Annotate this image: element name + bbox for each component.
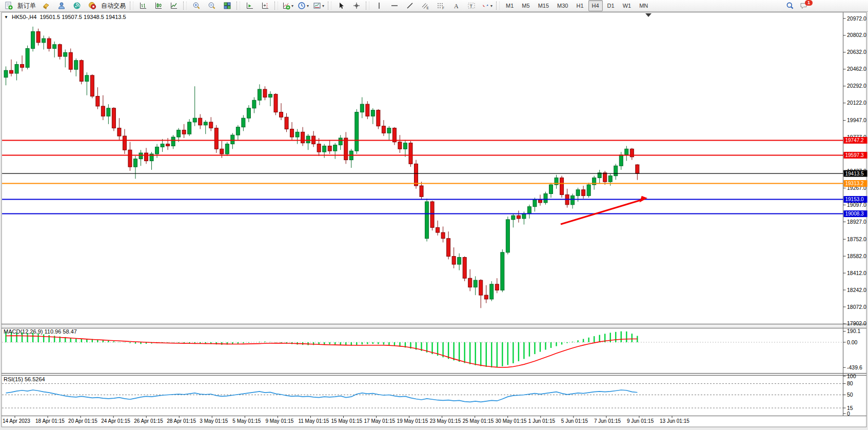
candle-body [458,258,461,265]
date-tick-label: 5 Jun 01:15 [561,418,588,424]
chat-button[interactable]: 1 [798,0,817,11]
arrows-button[interactable]: ▾ [480,0,494,11]
search-button[interactable] [783,0,797,11]
crosshair-icon [352,2,361,10]
hline-icon [390,2,399,10]
candle-body [53,45,56,49]
trendline-button[interactable] [403,0,417,11]
candle-body [145,153,148,161]
svg-text:T: T [470,4,473,9]
candle [377,109,380,129]
toolbar-separator [130,2,133,10]
templates-icon [313,2,321,10]
crosshair-button[interactable] [349,0,364,11]
vertical-line-button[interactable] [372,0,386,11]
candle-body [544,193,547,202]
candle [409,141,412,167]
tile-windows-button[interactable] [220,0,234,11]
timeframe-m5-button[interactable]: M5 [518,0,533,11]
cursor-icon [337,2,345,10]
candle-body [441,232,445,239]
candle-body [344,138,348,160]
macd-axis-label: 190.1 [847,328,860,334]
zoom-out-icon [208,2,216,10]
candle-body [306,136,310,143]
chart-title-dropdown-icon[interactable]: ▼ [4,15,8,19]
chevron-down-icon[interactable]: ▾ [322,4,324,8]
candle-body [333,145,337,151]
candle-body [171,137,175,146]
candle-body [252,100,256,108]
text-label-button[interactable]: T [464,0,479,11]
autotrade-button-label[interactable]: 自动交易 [101,2,126,10]
horizontal-line-button[interactable] [387,0,402,11]
candle-body [517,216,520,219]
date-tick-label: 11 May 01:15 [298,418,329,424]
candle-body [495,284,499,290]
channel-button[interactable]: E [418,0,432,11]
candle [544,192,547,205]
timeframe-w1-button[interactable]: W1 [619,0,635,11]
timeframe-h1-button[interactable]: H1 [573,0,587,11]
candle [506,217,509,255]
candle [490,281,494,301]
toolbar-separator [328,2,331,10]
candle-body [603,173,607,182]
date-tick-label: 1 Jun 01:15 [528,418,556,424]
periods-button[interactable]: ▾ [296,0,310,11]
indicators-icon [282,2,290,10]
chart-shift-button[interactable] [258,0,272,11]
fibonacci-button[interactable]: F [433,0,448,11]
chart-title-symbol: HK50-,H4 [12,14,36,20]
candle-body [47,38,51,48]
candle-body [501,252,504,290]
chevron-down-icon[interactable]: ▾ [307,4,309,8]
chart-canvas[interactable]: 20972.020802.020632.020462.020292.020122… [0,0,868,430]
pane-splitter[interactable] [2,324,866,328]
timeframe-m1-button[interactable]: M1 [502,0,517,11]
autotrade-button[interactable] [85,0,100,11]
timeframe-m15-button[interactable]: M15 [535,0,553,11]
candle-body [576,190,580,196]
candle-body [74,61,78,69]
profile-button[interactable] [54,0,69,11]
candle-body [133,159,137,167]
timeframe-mn-button[interactable]: MN [636,0,652,11]
candle-body [587,185,590,196]
line-chart-button[interactable] [167,0,181,11]
styles-button[interactable] [39,0,53,11]
cursor-button[interactable] [334,0,348,11]
chevron-down-icon[interactable]: ▾ [291,4,293,8]
zoom-in-icon [192,2,201,10]
new-order-button-label[interactable]: 新订单 [17,2,36,10]
new-order-button[interactable] [2,0,16,11]
candle-body [199,118,202,125]
candle-body [636,165,639,173]
templates-button[interactable]: ▾ [311,0,326,11]
date-tick-label: 25 May 01:15 [463,418,494,424]
candle-chart-button[interactable] [151,0,166,11]
bar-chart-button[interactable] [136,0,150,11]
timeframe-d1-button[interactable]: D1 [604,0,618,11]
timeframe-m30-button[interactable]: M30 [554,0,571,11]
price-tick-label: 20462.0 [847,66,866,72]
candle-body [403,143,407,149]
candle-body [295,132,299,137]
candle-body [371,110,374,116]
candle-body [522,213,526,219]
auto-scroll-button[interactable] [243,0,257,11]
timeframe-h4-button[interactable]: H4 [588,0,603,11]
indicators-button[interactable]: ▾ [281,0,295,11]
candle-body [339,138,342,145]
pane-splitter[interactable] [2,374,866,376]
zoom-out-button[interactable] [205,0,219,11]
text-button[interactable]: A [449,0,463,11]
chevron-down-icon[interactable]: ▾ [490,4,492,8]
candle-body [377,110,380,126]
zoom-in-button[interactable] [189,0,204,11]
label-icon: T [467,2,476,10]
signals-button[interactable] [70,0,84,11]
candle-body [258,89,261,100]
auto-scroll-icon [246,2,254,10]
chart-shift-icon [261,2,269,10]
